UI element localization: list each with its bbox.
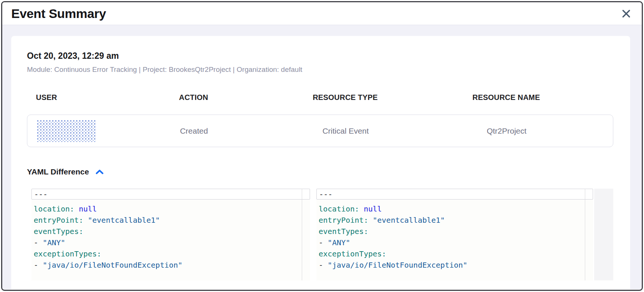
column-header-resource-name: RESOURCE NAME bbox=[443, 93, 570, 102]
collapse-toggle-button[interactable] bbox=[95, 168, 104, 175]
table-header-row: USERACTIONRESOURCE TYPERESOURCE NAME bbox=[27, 93, 613, 102]
table-row: Created Critical Event Qtr2Project bbox=[27, 115, 613, 147]
yaml-line: entryPoint: "eventcallable1" bbox=[31, 215, 310, 226]
close-icon bbox=[622, 9, 631, 18]
yaml-line: - "java/io/FileNotFoundException" bbox=[316, 259, 593, 271]
event-card: Oct 20, 2023, 12:29 am Module: Continuou… bbox=[11, 36, 630, 289]
yaml-line: exceptionTypes: bbox=[31, 248, 310, 259]
close-button[interactable] bbox=[620, 8, 632, 19]
yaml-line: --- bbox=[31, 189, 310, 200]
yaml-line: eventTypes: bbox=[316, 226, 593, 237]
yaml-line: --- bbox=[316, 189, 593, 200]
redacted-user-avatar bbox=[37, 120, 96, 142]
left-pane-gutter bbox=[302, 189, 310, 280]
event-meta: Module: Continuous Error Tracking | Proj… bbox=[27, 66, 630, 74]
yaml-line: - "java/io/FileNotFoundException" bbox=[31, 259, 310, 271]
yaml-line: location: null bbox=[316, 203, 593, 215]
diff-scrollbar-track[interactable] bbox=[594, 189, 613, 280]
yaml-diff-viewer: ---location: nullentryPoint: "eventcalla… bbox=[31, 189, 630, 280]
yaml-line: location: null bbox=[31, 203, 310, 215]
right-pane-gutter bbox=[585, 189, 593, 280]
column-header-resource-type: RESOURCE TYPE bbox=[248, 93, 443, 102]
column-header-action: ACTION bbox=[139, 93, 248, 102]
event-summary-modal: Event Summary Oct 20, 2023, 12:29 am Mod… bbox=[1, 1, 643, 291]
resource-type-cell: Critical Event bbox=[248, 127, 443, 136]
yaml-difference-label: YAML Difference bbox=[27, 167, 89, 176]
yaml-difference-header: YAML Difference bbox=[27, 167, 630, 176]
yaml-diff-right-pane[interactable]: ---location: nullentryPoint: "eventcalla… bbox=[316, 189, 593, 280]
yaml-line: exceptionTypes: bbox=[316, 248, 593, 259]
user-cell bbox=[27, 120, 140, 142]
yaml-line: entryPoint: "eventcallable1" bbox=[316, 215, 593, 226]
modal-header: Event Summary bbox=[2, 2, 642, 25]
modal-body: Oct 20, 2023, 12:29 am Module: Continuou… bbox=[2, 25, 642, 289]
yaml-line: eventTypes: bbox=[31, 226, 310, 237]
yaml-diff-left-pane[interactable]: ---location: nullentryPoint: "eventcalla… bbox=[31, 189, 310, 280]
event-timestamp: Oct 20, 2023, 12:29 am bbox=[27, 51, 630, 61]
resource-name-cell: Qtr2Project bbox=[443, 127, 570, 136]
column-header-user: USER bbox=[27, 93, 139, 102]
chevron-up-icon bbox=[95, 169, 104, 174]
yaml-line: - "ANY" bbox=[316, 237, 593, 248]
modal-title: Event Summary bbox=[11, 6, 106, 21]
yaml-line: - "ANY" bbox=[31, 237, 310, 248]
action-cell: Created bbox=[140, 127, 248, 136]
